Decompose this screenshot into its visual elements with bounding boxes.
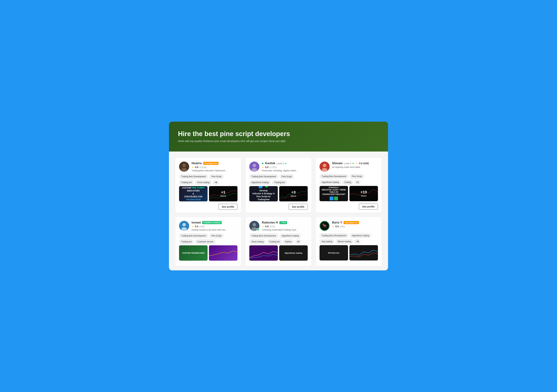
tag[interactable]: Trading Bots Development xyxy=(319,174,348,179)
star-icon: ★ xyxy=(192,166,194,168)
tag[interactable]: Pine Script xyxy=(350,174,364,179)
svg-point-12 xyxy=(182,223,186,226)
user-name: Ismael xyxy=(192,221,201,224)
portfolio-item-2 xyxy=(349,245,378,260)
tag[interactable]: Trading Bots Development xyxy=(249,233,278,238)
portfolio-text: Algorithmic trading xyxy=(283,250,303,256)
portfolio-item-1: CREATE YOUR OWN CUSTOM STRATEGY /INDICAT… xyxy=(319,186,348,201)
card-header: Karthik Level 2 ♦♦ ★ 5.0 (1,107) Pinescr… xyxy=(249,162,308,172)
card-shivam: Shivam Level 2 ♦♦ ★ 5.0 (426) an aspirin… xyxy=(316,158,382,213)
tag[interactable]: Trading bot xyxy=(179,180,194,185)
see-profile-row: See profile xyxy=(319,204,378,209)
card-karthik: Karthik Level 2 ♦♦ ★ 5.0 (1,107) Pinescr… xyxy=(246,158,311,213)
tag[interactable]: Trading bot xyxy=(267,240,282,244)
svg-rect-17 xyxy=(249,245,278,261)
portfolio-row: Develop any xyxy=(319,245,378,260)
portfolio-item-1 xyxy=(249,245,278,261)
tag[interactable]: Trading Bots Development xyxy=(179,174,208,179)
rating-row: ★ 4.9 (2,619) xyxy=(192,166,238,168)
diamond-icons: ♦♦ xyxy=(352,162,354,165)
tag[interactable]: Algorithmic trading xyxy=(249,180,271,185)
tag[interactable]: Python xyxy=(283,240,294,244)
portfolio-row: CREATE YOUR OWN CUSTOM STRATEGY /INDICAT… xyxy=(319,186,378,201)
badge-label: Top Rated xyxy=(205,162,214,164)
svg-point-16 xyxy=(252,227,257,231)
card-ismael: Ismael FIVERR'S CHOICE ★ 5.0 (134) tradi… xyxy=(175,217,241,266)
portfolio-text: CUSTOM TRADINGVIEW xyxy=(181,250,206,256)
hero-subtitle: Work with top-quality freelance pine scr… xyxy=(178,140,379,143)
user-description: Pinescript, investing, digital marke... xyxy=(262,169,308,172)
tag-more[interactable]: +3 xyxy=(295,240,301,244)
user-info-radoslav: Radoslav H ✓ Pro ★ 4.9 (274) I Develop A… xyxy=(262,221,308,231)
tag[interactable]: Bitcoin trading xyxy=(336,239,353,244)
user-description: Tradingview Indicators Optimized ... xyxy=(192,169,238,172)
rating-row: ★ 5.0 (1,107) xyxy=(262,166,308,168)
level-badge: Level 2 ♦♦ xyxy=(277,162,287,165)
rating-count: (1,107) xyxy=(270,166,277,168)
tag[interactable]: Trading Bots Development xyxy=(249,174,278,179)
user-name: Hiubris xyxy=(192,162,202,165)
card-baris: 🐂 Baris Y Top Rated ♦♦♦ ★ xyxy=(316,217,382,266)
name-row: Ismael FIVERR'S CHOICE xyxy=(192,221,238,224)
fiverrs-choice-badge: FIVERR'S CHOICE xyxy=(202,221,222,224)
star-icon: ★ xyxy=(355,162,358,165)
card-radoslav: ✓ Radoslav H ✓ Pro ★ 4.9 xyxy=(246,217,311,266)
see-profile-button[interactable]: See profile xyxy=(359,204,378,209)
portfolio-text: CUSTOM PINE SCRIPT INDICATORS & STRATEGI… xyxy=(181,186,206,201)
user-description: I Develop Automated Trading Syst... xyxy=(262,229,308,231)
tag[interactable]: Customer service xyxy=(195,240,215,244)
pro-badge: ✓ Pro xyxy=(279,221,287,224)
tag[interactable]: Trading bot xyxy=(272,180,287,185)
portfolio-row: CUSTOM PINE SCRIPT INDICATORS & STRATEGI… xyxy=(179,186,238,201)
star-icon: ★ xyxy=(262,166,264,168)
tag[interactable]: Algorithmic trading xyxy=(350,233,371,238)
overlay-label: More xyxy=(361,194,367,197)
tag[interactable]: Pine Script xyxy=(209,233,224,238)
tag[interactable]: Algorithmic trading xyxy=(279,233,301,238)
avatar-shivam xyxy=(319,162,330,172)
see-profile-row: See profile xyxy=(179,204,238,210)
tag[interactable]: Trading bot xyxy=(179,240,194,244)
star-icon: ★ xyxy=(192,225,194,228)
tag[interactable]: Trading Bots Development xyxy=(319,233,348,238)
tag-more[interactable]: +1 xyxy=(354,180,360,184)
portfolio-row: Algorithmic trading xyxy=(249,245,308,261)
card-header: ✓ Radoslav H ✓ Pro ★ 4.9 xyxy=(249,221,308,231)
rating-row: ★ 5.0 (134) xyxy=(192,225,238,228)
see-profile-button[interactable]: See profile xyxy=(218,204,238,210)
verified-badge: ✓ xyxy=(257,228,259,231)
tags-row: Trading Bots Development Pine Script Alg… xyxy=(249,174,308,185)
name-row: Karthik Level 2 ♦♦ xyxy=(262,162,308,165)
overlay-count: +1 xyxy=(221,190,225,195)
tag[interactable]: Algorithmic trading xyxy=(319,180,341,184)
tag[interactable]: Forex trading xyxy=(195,180,212,185)
tag[interactable]: Pine Script xyxy=(279,174,294,179)
portfolio-text: CREATE YOUR OWN CUSTOM STRATEGY /INDICAT… xyxy=(319,186,348,201)
rating-count: (274) xyxy=(270,225,275,228)
main-content: Hiubris Top Rated ♦♦♦ ★ 4.9 (2,619) Trad… xyxy=(169,152,388,270)
portfolio-item-2: +10 More xyxy=(349,186,378,201)
top-rated-badge: Top Rated ♦♦♦ xyxy=(344,221,359,224)
tag[interactable]: Stock trading xyxy=(249,240,266,244)
user-info-shivam: Shivam Level 2 ♦♦ ★ 5.0 (426) an aspirin… xyxy=(332,162,378,168)
see-profile-button[interactable]: See profile xyxy=(289,204,308,210)
tag[interactable]: Day trading xyxy=(319,239,334,244)
hero-title: Hire the best pine script developers xyxy=(178,130,379,138)
portfolio-item-2: +3 More xyxy=(279,186,308,201)
rating-row: ★ 5.0 (401) xyxy=(332,225,378,228)
svg-point-1 xyxy=(182,164,186,167)
cards-grid: Hiubris Top Rated ♦♦♦ ★ 4.9 (2,619) Trad… xyxy=(175,158,382,266)
star-icon: ★ xyxy=(262,225,264,228)
tag[interactable]: Trading Bots Development xyxy=(179,233,208,238)
tag[interactable]: Coding xyxy=(342,180,353,184)
portfolio-overlay: +10 More xyxy=(349,186,378,201)
tag-more[interactable]: +4 xyxy=(213,180,219,185)
diamond-icons: ♦♦♦ xyxy=(214,162,217,164)
user-name: Radoslav H xyxy=(262,221,278,224)
user-info-hiubris: Hiubris Top Rated ♦♦♦ ★ 4.9 (2,619) Trad… xyxy=(192,162,238,172)
overlay-label: More xyxy=(221,195,226,197)
hero-section: Hire the best pine script developers Wor… xyxy=(169,122,388,152)
tag[interactable]: Pine Script xyxy=(209,174,224,179)
diamond-icons: ♦♦♦ xyxy=(355,222,358,224)
tag-more[interactable]: +5 xyxy=(354,239,360,244)
